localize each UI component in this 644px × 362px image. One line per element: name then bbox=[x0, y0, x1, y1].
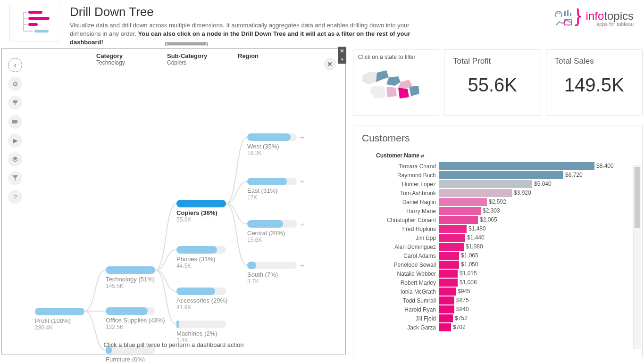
customer-row[interactable]: Raymond Buch$6,720 bbox=[362, 171, 634, 180]
expand-south-icon[interactable]: + bbox=[300, 261, 304, 269]
svg-rect-11 bbox=[13, 100, 17, 103]
customer-row[interactable]: Harry Marie$2,303 bbox=[362, 206, 634, 215]
kpi-sales: Total Sales 149.5K bbox=[546, 49, 643, 115]
node-profit-label: Profit (100%)286.4K bbox=[35, 317, 71, 331]
drag-handle[interactable] bbox=[165, 42, 208, 46]
svg-rect-1 bbox=[28, 17, 50, 20]
sort-icon[interactable]: ⇅ bbox=[420, 154, 425, 158]
customer-value: $2,592 bbox=[489, 198, 506, 205]
back-button[interactable]: ‹ bbox=[8, 58, 22, 72]
customer-value: $5,040 bbox=[534, 181, 552, 187]
customer-value: $2,303 bbox=[483, 207, 500, 214]
customer-value: $6,720 bbox=[565, 172, 583, 178]
scrollbar[interactable] bbox=[633, 165, 641, 349]
customers-axis-label[interactable]: Customer Name⇅ bbox=[362, 152, 634, 159]
us-map[interactable] bbox=[358, 63, 434, 106]
customer-row[interactable]: Alan Dominguez$1,380 bbox=[362, 242, 634, 251]
customer-value: $8,400 bbox=[596, 163, 614, 169]
customer-row[interactable]: Tamara Chand$8,400 bbox=[362, 162, 634, 171]
page-title: Drill Down Tree bbox=[70, 5, 635, 19]
customer-row[interactable]: Carol Adams$1,065 bbox=[362, 251, 634, 260]
node-west[interactable] bbox=[247, 133, 297, 141]
customer-row[interactable]: Jim Epp$1,440 bbox=[362, 233, 634, 242]
header-region: Region bbox=[238, 52, 299, 59]
tree-close-button[interactable]: ✕ bbox=[324, 58, 336, 70]
svg-rect-3 bbox=[34, 30, 49, 33]
customer-name: Jill Fjeld bbox=[362, 315, 439, 322]
tag-icon[interactable] bbox=[8, 115, 22, 129]
expand-central-icon[interactable]: + bbox=[300, 220, 304, 228]
kpi-sales-label: Total Sales bbox=[555, 57, 634, 66]
header-subcategory: Sub-Category bbox=[167, 52, 228, 59]
customer-name: Harry Marie bbox=[362, 208, 439, 214]
node-technology[interactable] bbox=[106, 266, 155, 274]
customer-name: Tom Ashbrook bbox=[362, 190, 439, 197]
panel-menu-icon[interactable]: ▾ bbox=[338, 55, 346, 64]
customers-chart: Tamara Chand$8,400Raymond Buch$6,720Hunt… bbox=[362, 162, 634, 346]
node-office-supplies[interactable] bbox=[106, 307, 155, 315]
node-accessories-label: Accessories (29%)41.9K bbox=[176, 297, 227, 311]
customer-row[interactable]: Ionia McGrath$945 bbox=[362, 287, 634, 296]
svg-rect-7 bbox=[567, 10, 569, 16]
customer-row[interactable]: Jill Fjeld$752 bbox=[362, 314, 634, 323]
scrollbar-thumb[interactable] bbox=[635, 167, 640, 228]
customers-title: Customers bbox=[362, 132, 634, 144]
tree-panel: ✕ ▾ ‹ ⚙ ▶ ? CategoryTechnology Sub-Categ… bbox=[1, 48, 346, 354]
customer-name: Alan Dominguez bbox=[362, 244, 439, 250]
customer-row[interactable]: Christopher Conant$2,065 bbox=[362, 215, 634, 224]
play-icon[interactable]: ▶ bbox=[8, 133, 22, 148]
svg-rect-0 bbox=[28, 11, 42, 14]
gear-icon[interactable]: ⚙ bbox=[8, 77, 22, 91]
customer-bar bbox=[439, 288, 456, 296]
map-title: Click on a state to filter bbox=[358, 54, 434, 60]
customer-name: Daniel Raglin bbox=[362, 199, 439, 206]
expand-east-icon[interactable]: + bbox=[300, 177, 304, 185]
customer-value: $1,380 bbox=[466, 243, 483, 250]
page-description: Visualize data and drill down across mul… bbox=[70, 21, 438, 47]
customer-row[interactable]: Penelope Sewall$1,050 bbox=[362, 260, 634, 269]
customer-row[interactable]: Todd Sumrall$875 bbox=[362, 296, 634, 305]
paint-icon[interactable] bbox=[8, 96, 22, 110]
svg-rect-8 bbox=[570, 13, 571, 16]
node-east-label: East (31%)17K bbox=[247, 187, 277, 201]
node-east[interactable] bbox=[247, 178, 297, 185]
logo-text: infotopics bbox=[586, 9, 634, 23]
filter-icon[interactable] bbox=[8, 171, 22, 185]
customer-bar bbox=[439, 171, 563, 179]
customer-row[interactable]: Daniel Raglin$2,592 bbox=[362, 197, 634, 206]
node-phones[interactable] bbox=[176, 246, 226, 254]
customer-name: Carol Adams bbox=[362, 253, 439, 259]
customer-bar bbox=[439, 252, 459, 260]
customer-row[interactable]: Natalie Webber$1,015 bbox=[362, 269, 634, 278]
layers-icon[interactable] bbox=[8, 152, 22, 166]
customer-value: $3,920 bbox=[514, 189, 531, 196]
expand-west-icon[interactable]: + bbox=[300, 133, 304, 141]
customer-bar bbox=[439, 314, 453, 322]
help-icon[interactable]: ? bbox=[8, 190, 22, 204]
customer-bar bbox=[439, 261, 459, 269]
customer-value: $1,440 bbox=[467, 234, 485, 241]
customer-row[interactable]: Hunter Lopez$5,040 bbox=[362, 180, 634, 189]
customer-value: $752 bbox=[455, 315, 468, 321]
node-copiers[interactable] bbox=[176, 200, 226, 207]
node-accessories[interactable] bbox=[176, 288, 226, 295]
customer-name: Tamara Chand bbox=[362, 163, 439, 170]
customer-bar bbox=[439, 162, 594, 170]
node-central[interactable] bbox=[247, 220, 297, 228]
node-west-label: West (35%)19.3K bbox=[247, 143, 279, 156]
svg-rect-6 bbox=[564, 11, 566, 16]
close-icon[interactable]: ✕ bbox=[338, 47, 346, 55]
tree-headers: CategoryTechnology Sub-CategoryCopiers R… bbox=[96, 52, 299, 66]
node-profit[interactable] bbox=[35, 308, 84, 315]
customer-value: $1,050 bbox=[461, 261, 478, 268]
node-office-supplies-label: Office Supplies (43%)122.5K bbox=[106, 317, 165, 330]
header: Drill Down Tree Visualize data and drill… bbox=[0, 0, 644, 49]
customer-row[interactable]: Harold Ryan$840 bbox=[362, 305, 634, 314]
node-south-label: South (7%)3.7K bbox=[247, 271, 278, 285]
customer-row[interactable]: Tom Ashbrook$3,920 bbox=[362, 189, 634, 197]
customer-row[interactable]: Robert Marley$1,008 bbox=[362, 278, 634, 287]
customer-row[interactable]: Jack Garza$702 bbox=[362, 323, 634, 332]
node-south[interactable] bbox=[247, 262, 297, 269]
node-machines[interactable] bbox=[176, 321, 226, 328]
customer-row[interactable]: Fred Hopkins$1,480 bbox=[362, 224, 634, 233]
